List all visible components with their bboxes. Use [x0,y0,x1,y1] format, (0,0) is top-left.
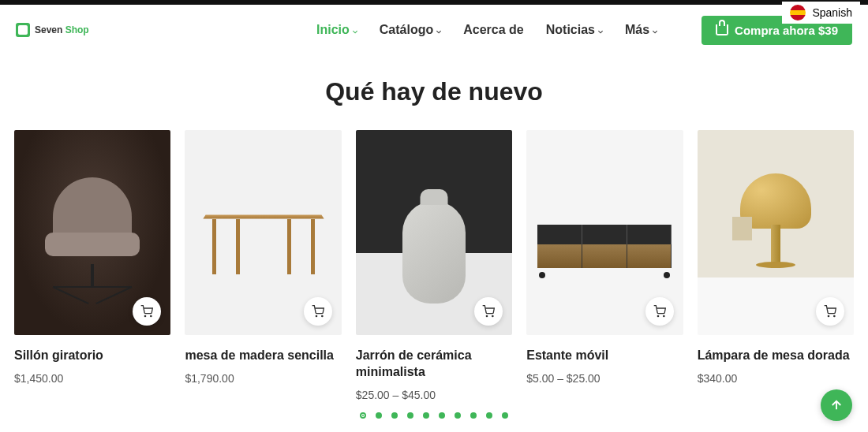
carousel-dot[interactable] [439,412,445,419]
add-to-cart-button[interactable] [474,297,503,326]
product-price: $340.00 [698,372,854,385]
product-card[interactable]: mesa de madera sencilla $1,790.00 [185,130,341,401]
nav-item-noticias[interactable]: Noticias ⌵ [546,23,603,37]
chevron-down-icon: ⌵ [598,26,603,35]
nav-label: Noticias [546,23,595,37]
flag-spain-icon [790,5,806,20]
basket-icon [716,24,728,35]
carousel-dot[interactable] [391,412,398,419]
nav-label: Catálogo [380,23,433,37]
product-image [356,130,512,335]
section-title: Qué hay de nuevo [0,77,868,106]
product-card[interactable]: Lámpara de mesa dorada $340.00 [698,130,854,401]
carousel-dots [14,412,854,419]
arrow-up-icon [829,398,844,412]
language-label: Spanish [812,6,852,19]
nav-item-catalogo[interactable]: Catálogo ⌵ [380,23,441,37]
nav-item-inicio[interactable]: Inicio ⌵ [316,23,357,37]
product-name: Lámpara de mesa dorada [698,348,854,364]
svg-point-5 [492,315,493,316]
product-card[interactable]: Jarrón de cerámica minimalista $25.00 – … [356,130,512,401]
logo-text-2: Shop [65,24,89,35]
nav-label: Inicio [316,23,350,37]
carousel-dot[interactable] [486,412,492,419]
carousel-dot[interactable] [376,412,382,419]
language-selector[interactable]: Spanish [782,2,860,24]
product-name: mesa de madera sencilla [185,348,341,364]
nav-item-mas[interactable]: Más ⌵ [625,23,657,37]
product-list: Sillón giratorio $1,450.00 mesa de mader… [14,130,854,401]
logo-text-1: Seven [35,24,62,35]
product-name: Jarrón de cerámica minimalista [356,348,512,381]
product-card[interactable]: Sillón giratorio $1,450.00 [14,130,170,401]
product-name: Estante móvil [526,348,683,364]
carousel-dot[interactable] [360,412,366,419]
scroll-to-top-button[interactable] [821,389,852,421]
svg-point-1 [151,315,152,316]
logo[interactable]: Seven Shop [16,23,89,37]
cart-icon [140,305,153,318]
product-image [698,130,854,335]
product-image [14,130,170,335]
cta-label: Compra ahora $39 [735,24,838,37]
svg-point-3 [321,315,322,316]
carousel-dot[interactable] [470,412,477,419]
carousel-dot[interactable] [423,412,429,419]
svg-point-2 [316,315,316,316]
svg-point-4 [487,315,488,316]
product-price: $25.00 – $45.00 [356,389,512,401]
cart-icon [653,305,666,318]
cart-icon [312,305,324,318]
carousel-dot[interactable] [455,412,461,419]
chevron-down-icon: ⌵ [653,26,657,35]
nav-item-acerca[interactable]: Acerca de [463,23,524,37]
product-name: Sillón giratorio [14,348,170,364]
product-image [526,130,683,335]
main-nav: Inicio ⌵ Catálogo ⌵ Acerca de Noticias ⌵… [316,16,852,45]
product-price: $1,450.00 [14,372,170,385]
product-price: $5.00 – $25.00 [526,372,683,385]
nav-label: Acerca de [463,23,524,37]
carousel-dot[interactable] [502,412,508,419]
carousel-dot[interactable] [407,412,413,419]
logo-icon [16,23,30,37]
add-to-cart-button[interactable] [133,297,161,326]
add-to-cart-button[interactable] [304,297,332,326]
product-image [185,130,341,335]
nav-label: Más [625,23,649,37]
svg-point-9 [834,315,835,316]
chevron-down-icon: ⌵ [436,26,441,35]
svg-point-7 [663,315,664,316]
add-to-cart-button[interactable] [816,297,844,326]
chevron-down-icon: ⌵ [353,26,357,35]
cart-icon [482,305,495,318]
header: Seven Shop Inicio ⌵ Catálogo ⌵ Acerca de… [0,5,868,55]
cart-icon [824,305,836,318]
svg-point-6 [657,315,658,316]
product-price: $1,790.00 [185,372,341,385]
product-carousel: ‹ › Sillón giratorio $1,450.00 mesa de m… [0,130,868,419]
svg-point-8 [828,315,829,316]
svg-point-0 [145,315,146,316]
product-card[interactable]: Estante móvil $5.00 – $25.00 [526,130,683,401]
add-to-cart-button[interactable] [645,297,674,326]
